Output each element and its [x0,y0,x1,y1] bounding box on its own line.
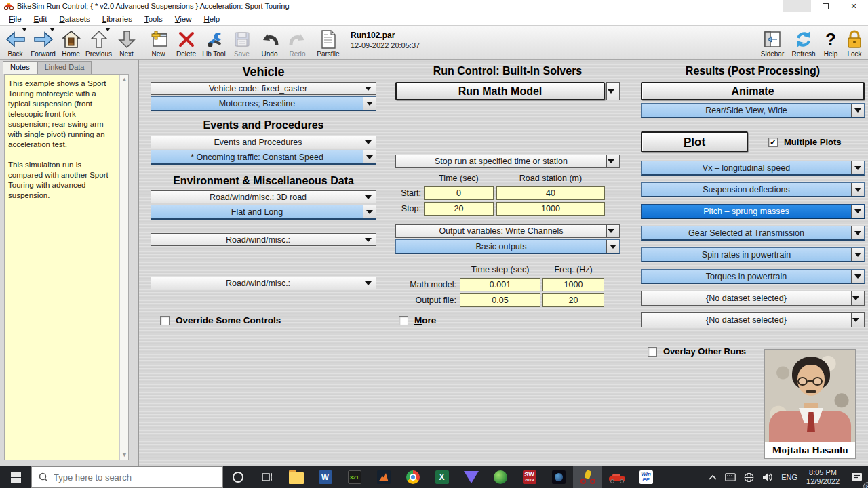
taskbar-word[interactable]: W [311,466,340,488]
tray-notifications[interactable]: 8 [845,466,868,488]
tray-clock[interactable]: 8:05 PM 12/9/2022 [802,468,844,486]
chevron-down-icon[interactable] [363,150,376,163]
plot-dropdown-2[interactable]: Suspension deflections [641,182,865,197]
save-button[interactable]: Save [228,28,256,58]
chevron-down-icon[interactable] [363,205,376,218]
vehicle-dataset-dropdown[interactable]: Motocross; Baseline [151,96,376,111]
output-file-timestep-input[interactable] [460,293,540,307]
help-button[interactable]: ? Help [819,28,842,58]
math-model-timestep-input[interactable] [460,278,540,291]
menu-file[interactable]: File [3,14,28,24]
misc-dropdown-2[interactable]: Road/wind/misc.: [151,277,376,289]
run-math-model-button[interactable]: Run Math Model [395,82,605,100]
overlay-runs-checkbox[interactable] [648,347,657,357]
search-input[interactable] [54,472,189,483]
chevron-down-icon[interactable] [606,240,619,253]
chevron-down-icon[interactable] [851,270,864,283]
taskbar-chrome[interactable] [398,466,427,488]
notes-scrollbar[interactable]: ▲ ▼ [119,75,128,460]
parsfile-button[interactable]: Parsfile [311,28,345,58]
chevron-down-icon[interactable] [606,225,619,237]
next-button[interactable]: Next [113,28,140,58]
refresh-button[interactable]: Refresh [788,28,819,58]
maximize-button[interactable] [811,0,840,12]
start-button[interactable] [0,466,31,488]
taskbar-media-player[interactable]: 321 [340,466,369,488]
taskbar-idm[interactable] [486,466,515,488]
environment-category-dropdown[interactable]: Road/wind/misc.: 3D road [151,190,376,203]
menu-tools[interactable]: Tools [138,14,169,24]
chevron-down-icon[interactable] [851,161,864,174]
more-checkbox[interactable] [399,316,408,325]
lib-tool-button[interactable]: Lib Tool [200,28,228,58]
forward-button[interactable]: Forward [29,28,57,58]
taskbar-task-view[interactable] [252,466,281,488]
taskbar-cortana[interactable] [223,466,252,488]
scroll-up-icon[interactable]: ▲ [120,75,129,84]
taskbar-file-explorer[interactable] [281,466,311,488]
menu-edit[interactable]: Edit [28,14,54,24]
forward-menu-arrow-icon[interactable] [50,28,55,31]
start-time-input[interactable] [424,186,494,200]
chevron-down-icon[interactable] [851,248,864,261]
animate-view-dropdown[interactable]: Rear/Side View, Wide [641,103,865,118]
events-category-dropdown[interactable]: Events and Procedures [151,136,376,148]
taskbar-vpn-app[interactable] [456,466,486,488]
delete-button[interactable]: Delete [172,28,200,58]
stop-time-input[interactable] [424,202,494,216]
override-controls-checkbox[interactable] [160,316,170,325]
events-dataset-dropdown[interactable]: * Oncoming traffic: Constant Speed [151,150,376,165]
menu-datasets[interactable]: Datasets [53,14,96,24]
menu-view[interactable]: View [169,14,198,24]
previous-menu-arrow-icon[interactable] [105,28,111,31]
taskbar-winep[interactable]: WinEP [631,466,660,488]
tray-language[interactable]: ENG [778,466,801,488]
output-variables-dropdown[interactable]: Output variables: Write Channels [395,224,620,238]
start-station-input[interactable] [496,186,605,200]
plot-dropdown-3-selected[interactable]: Pitch – sprung masses [641,204,865,219]
tray-expand-chevron[interactable] [705,466,720,488]
vehicle-code-dropdown[interactable]: Vehicle code: fixed_caster [151,82,376,95]
tray-volume[interactable] [759,466,776,488]
output-file-freq-input[interactable] [542,293,604,307]
stop-station-input[interactable] [496,202,605,216]
plot-dropdown-5[interactable]: Spin rates in powertrain [641,247,865,262]
taskbar-catia[interactable] [544,466,573,488]
taskbar-excel[interactable]: X [427,466,456,488]
chevron-down-icon[interactable] [851,291,864,305]
previous-button[interactable]: Previous [85,28,113,58]
plot-button[interactable]: Plot [641,131,748,152]
run-options-dropdown[interactable] [606,82,620,100]
chevron-down-icon[interactable] [851,226,864,239]
chevron-down-icon[interactable] [851,313,864,327]
minimize-button[interactable]: — [783,0,811,12]
taskbar-matlab[interactable] [369,466,398,488]
undo-button[interactable]: Undo [256,28,283,58]
multiple-plots-checkbox[interactable]: ✓ [768,138,778,147]
chevron-down-icon[interactable] [851,205,864,218]
math-model-freq-input[interactable] [542,278,604,291]
redo-button[interactable]: Redo [283,28,311,58]
plot-dropdown-6[interactable]: Torques in powertrain [641,269,865,284]
back-menu-arrow-icon[interactable] [22,28,27,31]
sidebar-toggle-button[interactable]: Sidebar [757,28,788,58]
close-button[interactable]: ✕ [840,0,868,12]
back-button[interactable]: Back [1,28,29,58]
tray-touch-keyboard[interactable] [722,466,739,488]
animate-button[interactable]: Animate [641,82,865,100]
scroll-down-icon[interactable]: ▼ [120,450,129,460]
lock-button[interactable]: Lock [842,28,867,58]
stop-condition-dropdown[interactable]: Stop run at specified time or station [395,155,620,168]
chevron-down-icon[interactable] [851,183,864,196]
taskbar-solidworks[interactable]: SW2019 [515,466,544,488]
misc-dropdown-1[interactable]: Road/wind/misc.: [151,233,376,246]
taskbar-bikesim-active[interactable] [573,466,602,488]
chevron-down-icon[interactable] [851,104,864,117]
tab-linked-data[interactable]: Linked Data [37,61,92,74]
taskbar-carsim[interactable] [602,466,631,488]
plot-dropdown-1[interactable]: Vx – longitudinal speed [641,161,865,176]
tab-notes[interactable]: Notes [3,61,37,74]
output-dataset-dropdown[interactable]: Basic outputs [395,239,620,254]
new-button[interactable]: New [144,28,172,58]
menu-libraries[interactable]: Libraries [96,14,138,24]
